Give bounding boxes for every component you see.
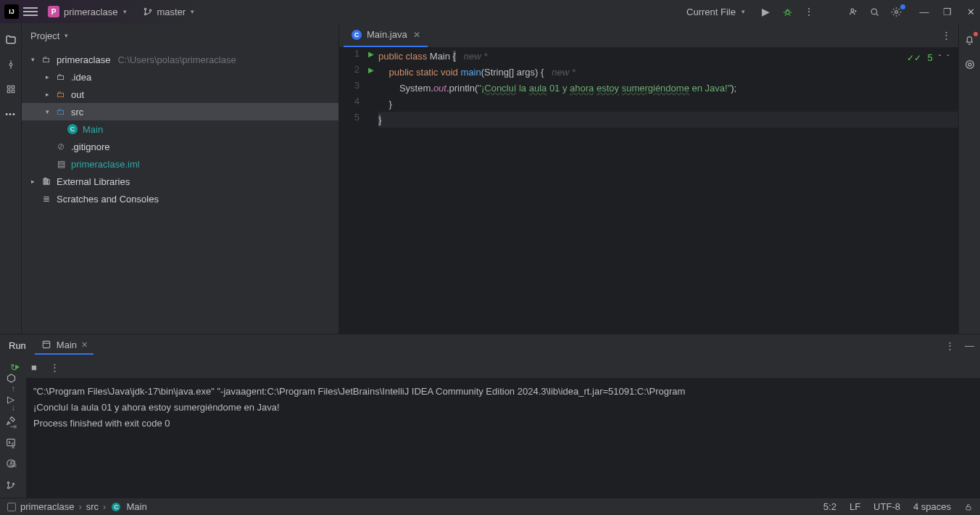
tree-item-src[interactable]: ▾ 🗀 src <box>22 103 339 120</box>
tree-item-gitignore[interactable]: ⊘ .gitignore <box>22 138 339 155</box>
run-config-selector[interactable]: Current File ▾ <box>681 4 751 20</box>
tree-label: primeraclase <box>57 54 110 65</box>
search-everywhere-icon[interactable] <box>867 6 881 18</box>
gutter-line-number: 1 <box>339 48 364 64</box>
run-more-button[interactable]: ⋮ <box>945 340 955 351</box>
run-tool-window: Run Main ✕ ⋮ — ↻▶ ■ ⋮ ↑ ↓ ⇥ ⤓ 🖶 "C:\Prog… <box>0 334 980 498</box>
run-gutter-icon[interactable]: ▶ <box>364 64 378 80</box>
inspection-widget[interactable]: ✓✓ 5 ˆ ˇ <box>907 52 950 63</box>
left-bottom-tool-strip: ▷ <box>0 372 22 498</box>
svg-point-7 <box>9 63 12 66</box>
expand-toggle[interactable]: ▸ <box>43 91 51 98</box>
project-selector[interactable]: P primeraclase ▾ <box>42 4 133 20</box>
tree-item-idea[interactable]: ▸ 🗀 .idea <box>22 68 339 86</box>
gitignore-icon: ⊘ <box>55 141 67 152</box>
tree-item-out[interactable]: ▸ 🗀 out <box>22 86 339 103</box>
check-icon: ✓✓ <box>907 53 921 63</box>
run-gutter-icon[interactable]: ▶ <box>364 48 378 64</box>
project-panel-header[interactable]: Project ▾ <box>22 23 339 48</box>
run-console[interactable]: "C:\Program Files\Java\jdk-17\bin\java.e… <box>26 378 980 498</box>
crumb[interactable]: Main <box>126 501 146 512</box>
services-tool-button[interactable] <box>6 372 17 384</box>
run-toolbar: ↻▶ ■ ⋮ <box>0 356 980 378</box>
tree-item-iml[interactable]: ▤ primeraclase.iml <box>22 155 339 173</box>
line-separator[interactable]: LF <box>850 501 860 512</box>
git-tool-button[interactable] <box>6 479 16 490</box>
tree-root[interactable]: ▾ 🗀 primeraclase C:\Users\polas\primerac… <box>22 51 339 68</box>
close-tab-icon[interactable]: ✕ <box>81 340 88 350</box>
caret-position[interactable]: 5:2 <box>823 501 836 512</box>
run-tool-button[interactable]: ▷ <box>7 394 14 405</box>
tree-item-scratches[interactable]: ≣ Scratches and Consoles <box>22 190 339 207</box>
tree-item-external[interactable]: ▸ External Libraries <box>22 173 339 190</box>
module-icon <box>7 503 16 511</box>
debug-button[interactable] <box>780 6 794 18</box>
gutter-line-number: 5 <box>339 112 364 128</box>
svg-rect-8 <box>7 86 10 88</box>
code-editor[interactable]: ✓✓ 5 ˆ ˇ 1 2 3 4 5 ▶ ▶ <box>339 48 958 334</box>
readonly-toggle[interactable] <box>964 501 973 512</box>
indent-info[interactable]: 4 spaces <box>913 501 951 512</box>
svg-marker-15 <box>7 374 14 382</box>
tree-label: primeraclase.iml <box>71 159 140 170</box>
problems-tool-button[interactable] <box>6 458 16 469</box>
tree-label: src <box>71 107 83 118</box>
notifications-button[interactable] <box>963 33 976 46</box>
commit-tool-button[interactable] <box>4 58 17 71</box>
update-indicator <box>900 4 905 9</box>
structure-tool-button[interactable] <box>4 83 17 96</box>
file-encoding[interactable]: UTF-8 <box>873 501 900 512</box>
expand-toggle[interactable]: ▾ <box>29 56 36 63</box>
settings-icon[interactable] <box>889 6 903 18</box>
tree-label: out <box>71 89 84 100</box>
run-more-actions[interactable]: ⋮ <box>50 362 59 373</box>
project-name: primeraclase <box>64 7 117 17</box>
next-highlight[interactable]: ˇ <box>947 54 950 62</box>
build-tool-button[interactable] <box>6 415 16 427</box>
hide-panel-button[interactable]: — <box>965 340 974 351</box>
more-tool-button[interactable]: ••• <box>4 107 17 120</box>
project-panel: Project ▾ ▾ 🗀 primeraclase C:\Users\pola… <box>22 23 339 334</box>
run-title: Run <box>9 340 26 351</box>
breadcrumb-sep: › <box>78 501 81 512</box>
code-with-me-icon[interactable] <box>845 6 860 18</box>
svg-rect-10 <box>7 90 10 93</box>
editor-tab-more[interactable]: ⋮ <box>942 30 958 41</box>
titlebar: IJ P primeraclase ▾ master ▾ Current Fil… <box>0 0 980 23</box>
ai-tool-button[interactable] <box>963 58 976 71</box>
svg-rect-21 <box>966 506 971 510</box>
expand-toggle[interactable]: ▸ <box>43 73 51 81</box>
svg-rect-16 <box>7 439 15 445</box>
maximize-button[interactable]: ❐ <box>942 7 952 17</box>
run-tab-main[interactable]: Main ✕ <box>35 336 94 355</box>
library-icon <box>41 176 52 187</box>
stop-button[interactable]: ■ <box>31 362 37 373</box>
minimize-button[interactable]: — <box>919 7 929 17</box>
folder-icon: 🗀 <box>55 106 67 118</box>
rerun-button[interactable]: ↻▶ <box>10 362 18 373</box>
tree-item-main[interactable]: Main <box>22 120 339 138</box>
close-button[interactable]: ✕ <box>966 7 976 17</box>
run-button[interactable]: ▶ <box>758 6 773 17</box>
prev-highlight[interactable]: ˆ <box>939 54 942 62</box>
close-tab-icon[interactable]: ✕ <box>413 30 420 40</box>
project-tool-button[interactable] <box>4 33 17 46</box>
tree-label: .idea <box>71 72 91 83</box>
scratches-icon: ≣ <box>41 193 52 205</box>
right-tool-strip <box>958 23 980 334</box>
crumb[interactable]: primeraclase <box>20 501 74 512</box>
chevron-down-icon: ▾ <box>191 8 194 15</box>
more-actions-button[interactable]: ⋮ <box>802 6 816 17</box>
expand-toggle[interactable]: ▸ <box>29 178 36 185</box>
breadcrumb[interactable]: primeraclase › src › Main <box>7 501 147 513</box>
vcs-branch-selector[interactable]: master ▾ <box>137 4 200 20</box>
breadcrumb-sep: › <box>103 501 106 512</box>
crumb[interactable]: src <box>86 501 99 512</box>
expand-toggle[interactable]: ▾ <box>43 108 51 115</box>
editor-tabbar: Main.java ✕ ⋮ <box>339 23 958 48</box>
class-icon <box>67 123 78 135</box>
editor-tab-main[interactable]: Main.java ✕ <box>344 23 428 47</box>
class-icon <box>110 501 122 513</box>
terminal-tool-button[interactable] <box>6 436 16 448</box>
main-menu-button[interactable] <box>23 4 38 19</box>
